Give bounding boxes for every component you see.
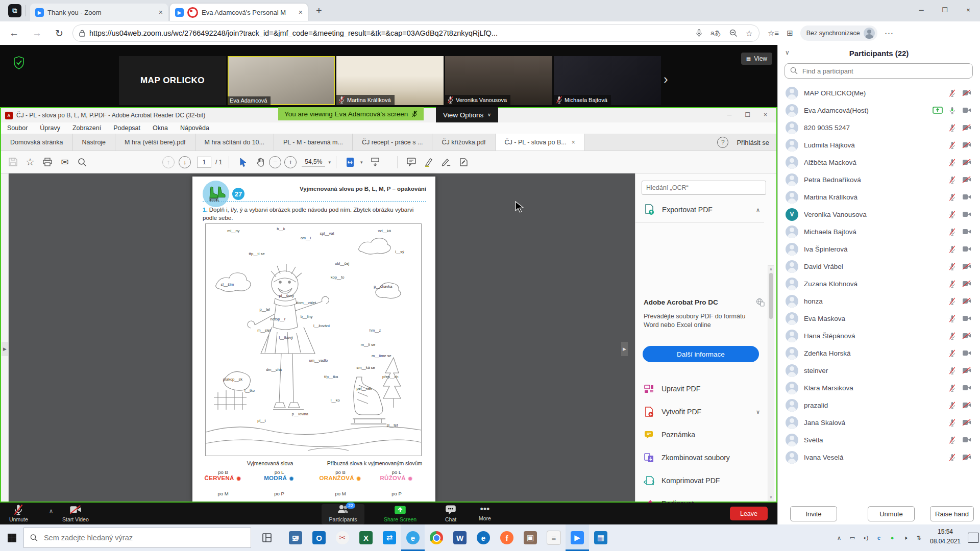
audio-options-chevron-icon[interactable]: ∧ bbox=[49, 508, 53, 514]
participant-row[interactable]: Martina Králíková bbox=[778, 188, 980, 206]
participant-row[interactable]: Klara Marsikova bbox=[778, 379, 980, 396]
voice-search-icon[interactable] bbox=[696, 29, 702, 37]
window-maximize-button[interactable]: ☐ bbox=[933, 0, 957, 19]
new-tab-button[interactable]: + bbox=[313, 5, 325, 17]
participant-row[interactable]: Světla bbox=[778, 431, 980, 448]
document-tab[interactable]: M hra sčítání do 10... bbox=[195, 134, 274, 151]
participant-row[interactable]: Hana Štěpánová bbox=[778, 327, 980, 344]
participants-button[interactable]: 22 Participants bbox=[322, 504, 364, 524]
scroll-up-icon[interactable]: ∧ bbox=[768, 267, 774, 271]
participant-row[interactable]: honza bbox=[778, 292, 980, 310]
favorite-star-icon[interactable]: ☆ bbox=[746, 29, 753, 38]
hidden-icons-chevron[interactable]: ∧ bbox=[835, 534, 843, 542]
share-screen-button[interactable]: Share Screen bbox=[384, 504, 416, 522]
video-tile[interactable]: Martina Králíková bbox=[336, 56, 444, 105]
scrollbar-thumb[interactable] bbox=[769, 273, 773, 319]
taskbar-app-teamviewer[interactable]: ⇄ bbox=[378, 524, 401, 551]
participant-row[interactable]: Jana Skalová bbox=[778, 414, 980, 431]
next-page-icon[interactable]: ↓ bbox=[179, 156, 191, 168]
chat-button[interactable]: Chat bbox=[445, 504, 456, 522]
taskbar-app-calculator[interactable]: ▦ bbox=[589, 524, 612, 551]
participant-row[interactable]: Eva Maskova bbox=[778, 310, 980, 327]
page-number-input[interactable]: 1 bbox=[197, 157, 211, 168]
participant-row[interactable]: Eva Adamcová(Host) bbox=[778, 102, 980, 119]
menu-pravy[interactable]: Úpravy bbox=[40, 124, 60, 132]
select-tool-icon[interactable] bbox=[234, 155, 252, 170]
raise-hand-button[interactable]: Raise hand bbox=[930, 506, 974, 521]
participant-row[interactable]: Zuzana Klohnová bbox=[778, 275, 980, 292]
tray-display-icon[interactable]: ▭ bbox=[848, 534, 856, 542]
document-tab[interactable]: M hra (větší bere).pdf bbox=[115, 134, 195, 151]
document-tab[interactable]: ČJ - PL - slova po B...× bbox=[496, 134, 585, 151]
back-button[interactable]: ← bbox=[9, 28, 19, 39]
save-icon[interactable] bbox=[4, 155, 21, 170]
left-panel-expand-button[interactable]: ▶ bbox=[2, 342, 8, 356]
profile-button[interactable]: Bez synchronizace bbox=[800, 26, 877, 41]
address-bar[interactable]: https://us04web.zoom.us/wc/2766492248/jo… bbox=[72, 24, 760, 42]
participant-search-input[interactable] bbox=[785, 63, 973, 79]
tray-speaker-icon[interactable]: ◖) bbox=[862, 534, 870, 542]
participant-row[interactable]: MAP ORLICKO(Me) bbox=[778, 84, 980, 102]
sign-in-link[interactable]: Přihlásit se bbox=[737, 139, 769, 146]
taskbar-search-input[interactable] bbox=[43, 533, 244, 542]
tool-combine[interactable]: Zkombinovat soubory bbox=[635, 449, 772, 466]
security-shield-icon[interactable] bbox=[13, 56, 24, 69]
zoom-level-value[interactable]: 54,5% bbox=[302, 157, 325, 167]
zoom-level-caret-icon[interactable]: ▾ bbox=[328, 160, 331, 165]
highlight-icon[interactable] bbox=[420, 155, 437, 170]
page-scrolling-icon[interactable] bbox=[366, 155, 384, 170]
participant-row[interactable]: Michaela Bajtová bbox=[778, 223, 980, 240]
taskbar-app-firefox[interactable]: f bbox=[495, 524, 519, 551]
zoom-in-tool-icon[interactable]: + bbox=[284, 156, 297, 168]
menu-okna[interactable]: Okna bbox=[153, 124, 168, 132]
window-minimize-button[interactable]: ─ bbox=[910, 0, 933, 19]
reload-button[interactable]: ↻ bbox=[55, 28, 63, 39]
participant-row[interactable]: Ivana Veselá bbox=[778, 448, 980, 466]
tray-app-icon[interactable]: e bbox=[875, 534, 883, 542]
video-tile[interactable]: Veronika Vanousova bbox=[445, 56, 552, 105]
fill-sign-icon[interactable] bbox=[455, 155, 472, 170]
participant-row[interactable]: Petra Bednaříková bbox=[778, 171, 980, 188]
participant-row[interactable]: Zdeňka Horská bbox=[778, 344, 980, 362]
tool-compress[interactable]: Komprimovat PDF bbox=[635, 472, 772, 489]
taskbar-app-word[interactable]: W bbox=[448, 524, 472, 551]
start-video-button[interactable]: Start Video bbox=[62, 504, 89, 522]
menu-soubor[interactable]: Soubor bbox=[7, 124, 28, 132]
browser-tab[interactable]: ▶Eva Adamcová's Personal M× bbox=[170, 4, 308, 21]
participant-row[interactable]: VVeronika Vanousova bbox=[778, 206, 980, 223]
browser-menu-icon[interactable]: ⋯ bbox=[885, 28, 893, 39]
view-options-button[interactable]: View Options ∨ bbox=[436, 107, 498, 122]
hand-tool-icon[interactable] bbox=[252, 155, 269, 170]
document-tab[interactable]: ČJ recept - práce s ... bbox=[353, 134, 432, 151]
tool-create[interactable]: Vytvořit PDF∨ bbox=[635, 403, 772, 420]
task-view-button[interactable] bbox=[255, 524, 279, 551]
promo-more-info-button[interactable]: Další informace bbox=[643, 346, 759, 362]
participant-row[interactable]: Iva Špinlerová bbox=[778, 240, 980, 258]
leave-button[interactable]: Leave bbox=[730, 507, 768, 520]
document-tab[interactable]: ČJ křížovka.pdf bbox=[432, 134, 495, 151]
participant-row[interactable]: Ludmila Hájková bbox=[778, 136, 980, 154]
video-tile-room[interactable]: MAP ORLICKO bbox=[119, 56, 226, 105]
participant-row[interactable]: 820 9035 5247 bbox=[778, 119, 980, 136]
signature-icon[interactable] bbox=[437, 155, 455, 170]
help-icon[interactable]: ? bbox=[717, 137, 728, 148]
zoom-out-icon[interactable] bbox=[729, 29, 738, 37]
scroll-down-icon[interactable]: ∨ bbox=[768, 495, 774, 499]
print-icon[interactable] bbox=[39, 155, 56, 170]
taskbar-app-snipping-tool[interactable]: ✂ bbox=[331, 524, 354, 551]
document-tab-close-icon[interactable]: × bbox=[572, 139, 575, 146]
panel-scrollbar[interactable]: ∧ ∨ bbox=[768, 265, 774, 501]
document-tab[interactable]: Domovská stránka bbox=[1, 134, 73, 151]
video-tile[interactable]: Michaela Bajtová bbox=[554, 56, 661, 105]
browser-workspace-icon[interactable]: ⧉ bbox=[8, 4, 21, 17]
taskbar-app-chrome[interactable] bbox=[425, 524, 448, 551]
chevron-down-icon[interactable]: ∨ bbox=[756, 409, 760, 415]
taskbar-app-em-client[interactable]: e bbox=[472, 524, 495, 551]
unmute-button[interactable]: Unmute bbox=[868, 506, 915, 521]
menu-zobrazen[interactable]: Zobrazení bbox=[72, 124, 101, 132]
acrobat-restore-button[interactable]: ☐ bbox=[745, 111, 750, 118]
participant-row[interactable]: David Vrábel bbox=[778, 258, 980, 275]
taskbar-search[interactable] bbox=[23, 528, 251, 548]
tool-note[interactable]: Poznámka bbox=[635, 426, 772, 443]
tray-network-icon[interactable]: ⇅ bbox=[915, 534, 923, 542]
